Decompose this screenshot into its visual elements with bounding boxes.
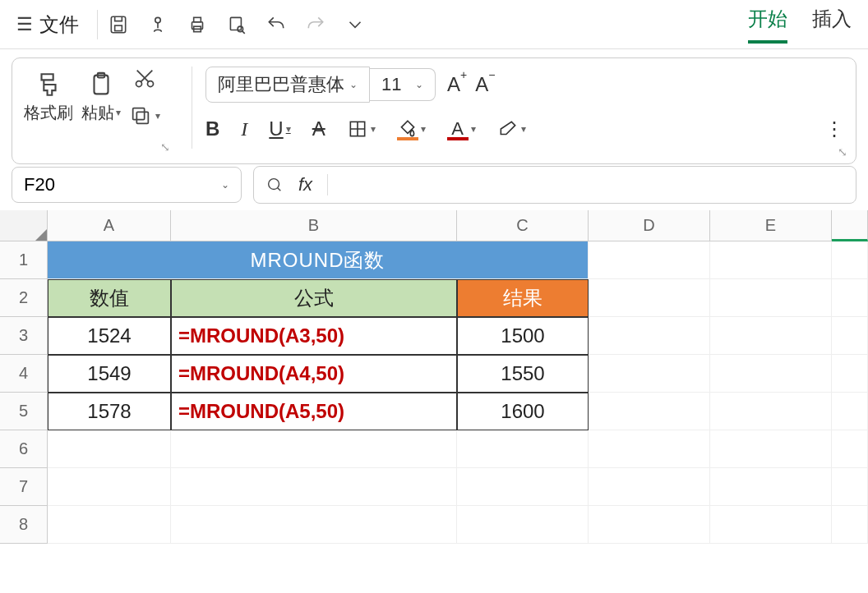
svg-rect-4 — [194, 17, 201, 21]
file-menu[interactable]: 文件 — [39, 11, 79, 38]
cell[interactable] — [589, 317, 710, 355]
bold-button[interactable]: B — [205, 117, 219, 140]
dialog-launcher-icon[interactable]: ⤡ — [838, 145, 847, 159]
cell[interactable] — [832, 430, 868, 468]
row-header[interactable]: 3 — [0, 317, 48, 355]
tab-insert[interactable]: 插入 — [812, 6, 852, 44]
row-header[interactable]: 2 — [0, 279, 48, 317]
cell-reference: F20 — [24, 174, 55, 195]
cell[interactable] — [589, 241, 710, 279]
cell[interactable] — [589, 355, 710, 393]
cell[interactable] — [710, 355, 832, 393]
redo-icon[interactable] — [305, 14, 326, 35]
cell[interactable] — [48, 468, 171, 506]
font-color-button[interactable]: A ▾ — [447, 118, 476, 140]
header-value[interactable]: 数值 — [48, 279, 171, 317]
save-icon[interactable] — [108, 14, 129, 35]
col-header[interactable]: A — [48, 210, 171, 241]
cell[interactable]: 1550 — [457, 355, 589, 393]
cell[interactable] — [710, 241, 832, 279]
eraser-button[interactable]: ▾ — [497, 118, 526, 140]
cell[interactable] — [171, 430, 457, 468]
svg-rect-13 — [133, 108, 145, 120]
cell[interactable] — [589, 393, 710, 430]
cell[interactable] — [589, 430, 710, 468]
strike-button[interactable]: A — [312, 117, 326, 140]
cell[interactable]: 1578 — [48, 393, 171, 430]
cell[interactable] — [710, 430, 832, 468]
more-dropdown-icon[interactable] — [344, 14, 366, 35]
decrease-font-button[interactable]: A− — [475, 73, 495, 96]
row-header[interactable]: 4 — [0, 355, 48, 393]
cell[interactable] — [710, 506, 832, 544]
cell[interactable] — [48, 430, 171, 468]
cell[interactable] — [457, 430, 589, 468]
cell[interactable] — [48, 506, 171, 544]
font-size-select[interactable]: 11 ⌄ — [370, 68, 436, 101]
cell[interactable] — [832, 279, 868, 317]
font-family-value: 阿里巴巴普惠体 — [218, 72, 344, 97]
borders-button[interactable]: ▾ — [347, 118, 376, 140]
cell[interactable] — [832, 317, 868, 355]
cell[interactable] — [710, 393, 832, 430]
menu-icon[interactable]: ☰ — [16, 14, 33, 35]
cell[interactable] — [832, 393, 868, 430]
more-icon[interactable]: ⋮ — [824, 117, 844, 140]
formula-bar[interactable]: fx — [253, 166, 856, 204]
cell[interactable] — [832, 506, 868, 544]
col-header[interactable]: D — [589, 210, 710, 241]
row-header[interactable]: 1 — [0, 241, 48, 279]
cell[interactable] — [457, 468, 589, 506]
font-family-select[interactable]: 阿里巴巴普惠体 ⌄ — [205, 67, 370, 103]
cell[interactable]: =MROUND(A4,50) — [171, 355, 457, 393]
col-header[interactable]: E — [710, 210, 832, 241]
format-painter-button[interactable]: 格式刷 — [24, 71, 73, 124]
cell[interactable] — [832, 355, 868, 393]
name-box[interactable]: F20 ⌄ — [12, 167, 242, 203]
print-icon[interactable] — [187, 14, 208, 35]
cell[interactable] — [710, 468, 832, 506]
col-header[interactable]: B — [171, 210, 457, 241]
cell[interactable] — [589, 468, 710, 506]
cell[interactable]: 1600 — [457, 393, 589, 430]
row-header[interactable]: 6 — [0, 430, 48, 468]
undo-icon[interactable] — [265, 14, 287, 35]
cell[interactable] — [457, 506, 589, 544]
cell[interactable] — [589, 506, 710, 544]
increase-font-button[interactable]: A+ — [447, 73, 467, 96]
header-formula[interactable]: 公式 — [171, 279, 457, 317]
italic-button[interactable]: I — [241, 118, 247, 140]
cell[interactable] — [589, 279, 710, 317]
row-header[interactable]: 5 — [0, 393, 48, 430]
cell[interactable]: 1549 — [48, 355, 171, 393]
cell[interactable] — [832, 468, 868, 506]
title-cell[interactable]: MROUND函数 — [48, 241, 589, 279]
paste-button[interactable]: 粘贴▾ — [81, 71, 121, 124]
row-header[interactable]: 7 — [0, 468, 48, 506]
cell[interactable] — [171, 506, 457, 544]
header-result[interactable]: 结果 — [457, 279, 589, 317]
copy-icon[interactable]: ▾ — [129, 104, 160, 127]
col-header[interactable] — [832, 210, 868, 241]
fx-label[interactable]: fx — [298, 174, 312, 195]
select-all-corner[interactable] — [0, 210, 48, 241]
underline-button[interactable]: U▾ — [269, 117, 290, 140]
dialog-launcher-icon[interactable]: ⤡ — [160, 140, 170, 154]
col-header[interactable]: C — [457, 210, 589, 241]
preview-icon[interactable] — [226, 14, 247, 35]
cut-icon[interactable] — [133, 67, 156, 90]
cell[interactable]: 1500 — [457, 317, 589, 355]
fill-color-button[interactable]: ▾ — [397, 118, 426, 140]
cell[interactable] — [710, 279, 832, 317]
tab-start[interactable]: 开始 — [748, 6, 787, 44]
cell[interactable]: 1524 — [48, 317, 171, 355]
cell[interactable] — [171, 468, 457, 506]
search-icon[interactable] — [265, 176, 284, 194]
cell[interactable] — [710, 317, 832, 355]
cell[interactable]: =MROUND(A3,50) — [171, 317, 457, 355]
share-icon[interactable] — [147, 14, 169, 35]
cell[interactable]: =MROUND(A5,50) — [171, 393, 457, 430]
spreadsheet-grid: A B C D E 1 MROUND函数 2 数值 公式 结果 3 1524 =… — [0, 210, 868, 544]
row-header[interactable]: 8 — [0, 506, 48, 544]
cell[interactable] — [832, 241, 868, 279]
